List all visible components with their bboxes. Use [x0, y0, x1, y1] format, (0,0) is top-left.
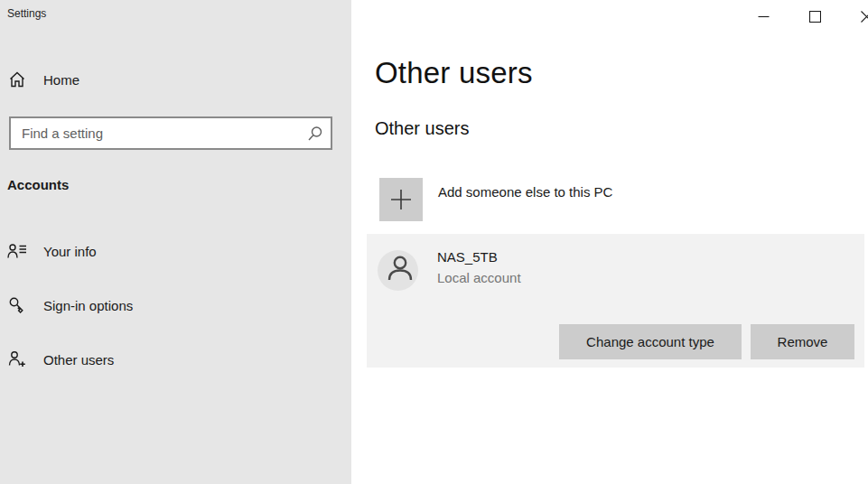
- sidebar-item-your-info[interactable]: Your info: [0, 231, 351, 271]
- sidebar-item-sign-in-options[interactable]: Sign-in options: [0, 285, 351, 325]
- settings-window: { "window": { "title": "Settings", "cont…: [0, 0, 868, 484]
- sidebar-section-header: Accounts: [7, 177, 69, 192]
- minimize-button[interactable]: [738, 0, 789, 33]
- sidebar-item-other-users[interactable]: Other users: [0, 340, 351, 379]
- avatar: [378, 250, 418, 291]
- sidebar-item-label: Other users: [43, 352, 114, 368]
- sign-in-options-icon: [7, 295, 27, 315]
- page-title: Other users: [375, 56, 533, 90]
- sidebar-item-label: Home: [43, 72, 79, 88]
- remove-button[interactable]: Remove: [751, 324, 854, 359]
- add-user-button[interactable]: Add someone else to this PC: [351, 178, 868, 221]
- main-panel: Other users Other users Add someone else…: [351, 0, 868, 484]
- change-account-type-button[interactable]: Change account type: [559, 324, 742, 359]
- window-controls: [738, 0, 868, 33]
- sidebar: Settings Home Accounts Your info: [0, 0, 351, 484]
- your-info-icon: [7, 241, 27, 261]
- home-icon: [7, 70, 27, 89]
- plus-icon: [379, 178, 423, 221]
- search-box: [9, 116, 332, 150]
- user-name: NAS_5TB: [437, 249, 498, 265]
- window-title: Settings: [7, 7, 46, 20]
- search-icon[interactable]: [307, 126, 323, 142]
- person-icon: [378, 250, 418, 291]
- sidebar-item-label: Sign-in options: [43, 298, 133, 313]
- section-title: Other users: [375, 118, 469, 139]
- close-button[interactable]: [841, 0, 868, 33]
- sidebar-item-label: Your info: [43, 244, 97, 259]
- maximize-button[interactable]: [789, 0, 841, 33]
- sidebar-item-home[interactable]: Home: [0, 60, 351, 99]
- other-users-icon: [7, 349, 27, 369]
- search-input[interactable]: [11, 118, 331, 148]
- add-user-label: Add someone else to this PC: [438, 184, 612, 200]
- user-account-type: Local account: [437, 270, 521, 285]
- user-card[interactable]: NAS_5TB Local account Change account typ…: [367, 234, 864, 368]
